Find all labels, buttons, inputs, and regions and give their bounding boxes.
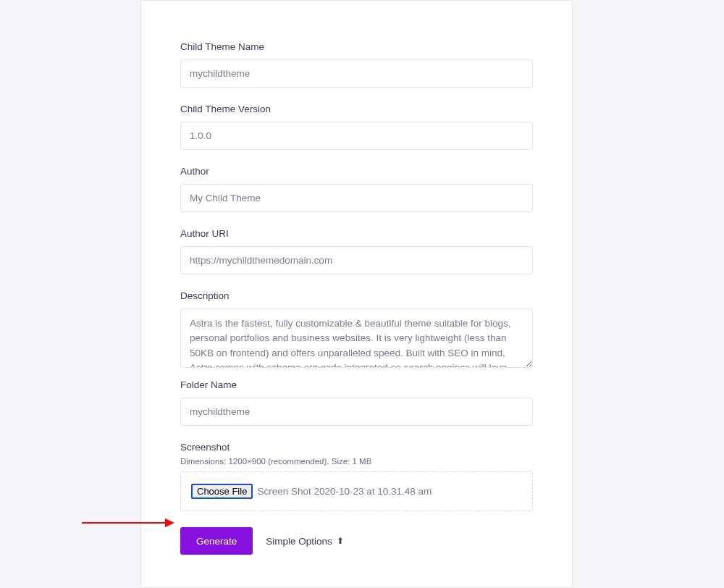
input-author-uri[interactable] — [180, 246, 533, 274]
child-theme-form-card: Child Theme Name Child Theme Version Aut… — [140, 0, 573, 588]
field-child-theme-version: Child Theme Version — [180, 104, 533, 150]
input-author[interactable] — [180, 184, 533, 212]
simple-options-label: Simple Options — [266, 536, 332, 547]
label-description: Description — [180, 290, 533, 301]
label-author: Author — [180, 166, 533, 177]
choose-file-button[interactable]: Choose File — [191, 484, 253, 499]
generate-button[interactable]: Generate — [180, 527, 253, 555]
field-description: Description — [180, 290, 533, 371]
input-description[interactable] — [180, 308, 533, 368]
field-folder-name: Folder Name — [180, 379, 533, 426]
label-author-uri: Author URI — [180, 228, 533, 239]
label-child-theme-version: Child Theme Version — [180, 104, 533, 114]
screenshot-hint: Dimensions: 1200×900 (recommended). Size… — [180, 457, 533, 466]
input-child-theme-version[interactable] — [180, 122, 533, 150]
field-screenshot: Screenshot Dimensions: 1200×900 (recomme… — [180, 442, 533, 511]
input-folder-name[interactable] — [180, 398, 533, 426]
collapse-up-icon: ⬆ — [337, 536, 344, 546]
chosen-file-name: Screen Shot 2020-10-23 at 10.31.48 am — [257, 486, 432, 497]
simple-options-link[interactable]: Simple Options ⬆ — [266, 536, 344, 547]
label-child-theme-name: Child Theme Name — [180, 41, 533, 52]
input-child-theme-name[interactable] — [180, 59, 533, 88]
field-child-theme-name: Child Theme Name — [180, 41, 533, 88]
label-folder-name: Folder Name — [180, 379, 533, 390]
form-actions: Generate Simple Options ⬆ — [180, 527, 533, 555]
field-author-uri: Author URI — [180, 228, 533, 274]
field-author: Author — [180, 166, 533, 212]
screenshot-dropzone[interactable]: Choose File Screen Shot 2020-10-23 at 10… — [180, 471, 533, 511]
label-screenshot: Screenshot — [180, 442, 533, 453]
